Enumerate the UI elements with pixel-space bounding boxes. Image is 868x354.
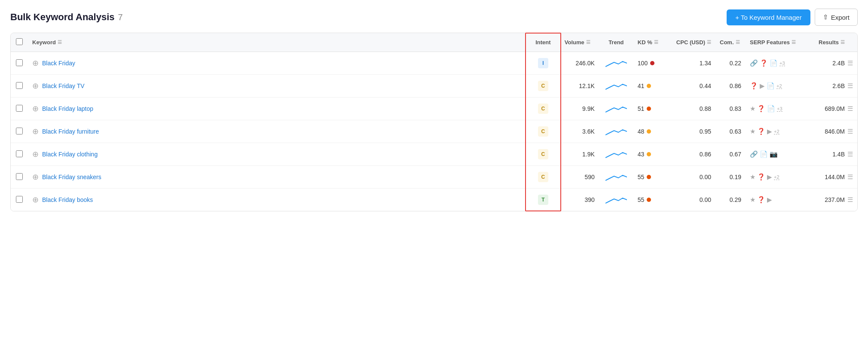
row-checkbox[interactable] <box>16 150 23 157</box>
keyword-link[interactable]: ⊕ Black Friday sneakers <box>32 173 522 181</box>
row-checkbox[interactable] <box>16 128 23 134</box>
kd-value: 41 <box>638 82 668 89</box>
serp-cell: ❓▶📄+2 <box>746 75 814 98</box>
th-checkbox <box>11 33 28 52</box>
kd-filter-icon[interactable]: ☰ <box>654 40 658 45</box>
table-row: ⊕ Black Friday clothing C 1.9K 43 0.86 0… <box>11 143 857 166</box>
keyword-cell: ⊕ Black Friday TV <box>28 75 526 98</box>
kd-number: 55 <box>638 196 645 203</box>
intent-badge: C <box>538 172 548 182</box>
kd-cell: 100 <box>633 52 672 75</box>
keyword-link[interactable]: ⊕ Black Friday furniture <box>32 128 522 135</box>
com-cell: 0.67 <box>715 143 746 166</box>
kd-value: 43 <box>638 151 668 158</box>
volume-cell: 590 <box>560 166 599 189</box>
row-checkbox[interactable] <box>16 196 23 203</box>
kd-cell: 55 <box>633 166 672 189</box>
results-value-group: 689.0M ☰ <box>819 105 853 113</box>
cpc-filter-icon[interactable]: ☰ <box>707 40 711 45</box>
cpc-cell: 0.88 <box>672 98 715 120</box>
volume-value: 3.6K <box>582 128 595 135</box>
keyword-link[interactable]: ⊕ Black Friday <box>32 59 522 67</box>
serp-icons-group: ★❓📄+3 <box>750 105 810 113</box>
results-cell: 144.0M ☰ <box>814 166 857 189</box>
serp-question-icon: ❓ <box>757 128 765 135</box>
com-value: 0.19 <box>730 174 741 180</box>
keyword-link[interactable]: ⊕ Black Friday TV <box>32 82 522 90</box>
kd-dot <box>647 175 651 179</box>
add-keyword-icon[interactable]: ⊕ <box>32 105 39 113</box>
volume-cell: 1.9K <box>560 143 599 166</box>
intent-cell: C <box>526 166 560 189</box>
kd-value: 55 <box>638 174 668 180</box>
serp-filter-icon[interactable]: ☰ <box>792 40 796 45</box>
th-results-label: Results ☰ <box>819 39 853 46</box>
trend-cell <box>599 98 633 120</box>
trend-cell <box>599 189 633 211</box>
com-value: 0.29 <box>730 196 741 203</box>
add-keyword-icon[interactable]: ⊕ <box>32 196 39 204</box>
kd-value: 51 <box>638 105 668 112</box>
row-checkbox[interactable] <box>16 173 23 180</box>
serp-doc-icon: 📄 <box>760 150 768 158</box>
volume-value: 590 <box>584 174 594 180</box>
results-list-icon: ☰ <box>847 59 853 67</box>
kd-number: 41 <box>638 82 645 89</box>
serp-cell: ★❓▶+2 <box>746 166 814 189</box>
cpc-cell: 0.00 <box>672 166 715 189</box>
th-results[interactable]: Results ☰ <box>814 33 857 52</box>
keyword-text: Black Friday books <box>42 196 93 203</box>
keyword-link[interactable]: ⊕ Black Friday laptop <box>32 105 522 113</box>
table-row: ⊕ Black Friday TV C 12.1K 41 0.44 0.86 ❓… <box>11 75 857 98</box>
serp-plus-count: +3 <box>777 106 782 112</box>
serp-icons-group: ❓▶📄+2 <box>750 82 810 90</box>
export-button[interactable]: ⇧ Export <box>815 9 858 26</box>
keyword-link[interactable]: ⊕ Black Friday clothing <box>32 150 522 158</box>
serp-link-icon: 🔗 <box>750 59 758 67</box>
cpc-cell: 0.44 <box>672 75 715 98</box>
results-filter-icon[interactable]: ☰ <box>840 40 845 45</box>
add-keyword-icon[interactable]: ⊕ <box>32 82 39 90</box>
th-kd-label: KD % ☰ <box>638 39 668 46</box>
intent-cell: C <box>526 75 560 98</box>
keyword-cell: ⊕ Black Friday clothing <box>28 143 526 166</box>
row-checkbox[interactable] <box>16 82 23 89</box>
serp-icons-group: 🔗📄📷 <box>750 150 810 158</box>
th-com[interactable]: Com. ☰ <box>715 33 746 52</box>
results-list-icon: ☰ <box>847 128 853 135</box>
th-kd[interactable]: KD % ☰ <box>633 33 672 52</box>
volume-filter-icon[interactable]: ☰ <box>586 40 590 45</box>
results-list-icon: ☰ <box>847 82 853 90</box>
volume-value: 246.0K <box>575 60 594 67</box>
add-keyword-icon[interactable]: ⊕ <box>32 128 39 135</box>
cpc-value: 0.00 <box>700 174 711 180</box>
th-volume[interactable]: Volume ☰ <box>560 33 599 52</box>
kd-dot <box>647 152 651 156</box>
th-cpc[interactable]: CPC (USD) ☰ <box>672 33 715 52</box>
keyword-text: Black Friday laptop <box>42 105 93 112</box>
table-header-row: Keyword ☰ Intent Volume ☰ <box>11 33 857 52</box>
select-all-checkbox[interactable] <box>16 38 23 45</box>
volume-value: 1.9K <box>582 151 595 158</box>
kd-number: 43 <box>638 151 645 158</box>
results-value-group: 144.0M ☰ <box>819 173 853 181</box>
add-keyword-icon[interactable]: ⊕ <box>32 173 39 181</box>
trend-cell <box>599 120 633 143</box>
page: Bulk Keyword Analysis 7 + To Keyword Man… <box>0 0 868 220</box>
keyword-filter-icon[interactable]: ☰ <box>58 40 62 45</box>
row-checkbox[interactable] <box>16 59 23 66</box>
kd-value: 55 <box>638 196 668 203</box>
th-keyword[interactable]: Keyword ☰ <box>28 33 526 52</box>
row-checkbox[interactable] <box>16 105 23 112</box>
th-intent[interactable]: Intent <box>526 33 560 52</box>
keyword-link[interactable]: ⊕ Black Friday books <box>32 196 522 204</box>
com-filter-icon[interactable]: ☰ <box>736 40 740 45</box>
to-keyword-manager-button[interactable]: + To Keyword Manager <box>727 9 810 25</box>
results-cell: 1.4B ☰ <box>814 143 857 166</box>
cpc-cell: 0.00 <box>672 189 715 211</box>
keyword-text: Black Friday clothing <box>42 151 98 158</box>
results-cell: 237.0M ☰ <box>814 189 857 211</box>
add-keyword-icon[interactable]: ⊕ <box>32 59 39 67</box>
th-serp[interactable]: SERP Features ☰ <box>746 33 814 52</box>
add-keyword-icon[interactable]: ⊕ <box>32 150 39 158</box>
